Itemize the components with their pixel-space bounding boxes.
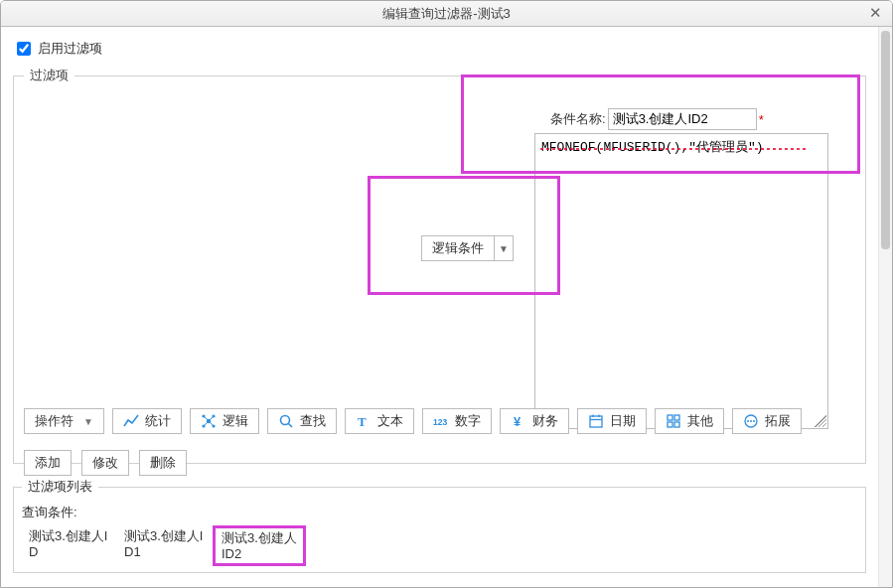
svg-line-10 xyxy=(288,424,292,428)
stats-button[interactable]: 统计 xyxy=(112,408,182,434)
formula-toolbar: 操作符 ▼ 统计 逻辑 查找 T 文本 xyxy=(24,408,855,434)
stats-icon xyxy=(123,413,139,429)
condition-item[interactable]: 测试3.创建人ID2 xyxy=(213,525,306,566)
text-label: 文本 xyxy=(377,412,403,430)
close-icon[interactable]: ✕ xyxy=(864,3,886,23)
svg-line-7 xyxy=(204,421,209,426)
svg-line-6 xyxy=(209,416,214,421)
enable-filter-label: 启用过滤项 xyxy=(38,40,102,58)
svg-rect-21 xyxy=(674,422,679,427)
chevron-down-icon: ▼ xyxy=(83,416,93,427)
delete-button[interactable]: 删除 xyxy=(139,450,187,476)
svg-rect-20 xyxy=(668,422,672,427)
logic-condition-label: 逻辑条件 xyxy=(421,235,494,261)
stats-label: 统计 xyxy=(145,412,171,430)
condition-name-input[interactable] xyxy=(608,108,757,130)
filter-fieldset: 过滤项 条件名称: * 逻辑条件 ▼ 操作符 ▼ xyxy=(13,67,866,464)
chevron-down-icon: ▼ xyxy=(494,235,514,261)
svg-point-9 xyxy=(280,416,289,425)
content-area: 启用过滤项 过滤项 条件名称: * 逻辑条件 ▼ 操作符 ▼ xyxy=(1,27,878,587)
finance-label: 财务 xyxy=(532,412,558,430)
enable-filter-checkbox[interactable] xyxy=(17,42,31,56)
spellcheck-squiggle xyxy=(540,148,807,150)
other-label: 其他 xyxy=(687,412,713,430)
action-row: 添加 修改 删除 xyxy=(24,450,187,476)
filter-list-fieldset: 过滤项列表 查询条件: 测试3.创建人ID 测试3.创建人ID1 测试3.创建人… xyxy=(13,478,866,573)
scrollbar-thumb[interactable] xyxy=(881,31,890,249)
vertical-scrollbar[interactable] xyxy=(878,27,892,587)
svg-text:123: 123 xyxy=(433,417,447,427)
date-button[interactable]: 日期 xyxy=(577,408,647,434)
operator-label: 操作符 xyxy=(35,412,74,430)
modify-button[interactable]: 修改 xyxy=(81,450,129,476)
text-button[interactable]: T 文本 xyxy=(345,408,414,434)
expression-textarea[interactable] xyxy=(534,133,828,429)
other-button[interactable]: 其他 xyxy=(655,408,724,434)
filter-fieldset-legend: 过滤项 xyxy=(24,67,74,84)
extend-button[interactable]: 拓展 xyxy=(732,408,802,434)
enable-filter-row: 启用过滤项 xyxy=(13,39,866,59)
condition-item[interactable]: 测试3.创建人ID xyxy=(22,525,115,566)
condition-name-label: 条件名称: xyxy=(550,110,606,128)
finance-button[interactable]: ¥ 财务 xyxy=(500,408,569,434)
svg-point-24 xyxy=(750,420,752,422)
required-mark: * xyxy=(759,112,764,127)
svg-rect-18 xyxy=(668,415,672,420)
search-icon xyxy=(278,413,294,429)
number-icon: 123 xyxy=(433,413,449,429)
calendar-icon xyxy=(588,413,604,429)
logic-label: 逻辑 xyxy=(223,412,248,430)
number-button[interactable]: 123 数字 xyxy=(422,408,492,434)
svg-point-25 xyxy=(753,420,755,422)
logic-button[interactable]: 逻辑 xyxy=(190,408,259,434)
logic-condition-dropdown[interactable]: 逻辑条件 ▼ xyxy=(421,235,514,261)
date-label: 日期 xyxy=(610,412,636,430)
svg-text:¥: ¥ xyxy=(514,414,521,429)
svg-line-8 xyxy=(209,421,214,426)
svg-line-5 xyxy=(204,416,209,421)
grid-icon xyxy=(666,413,681,429)
filter-list-legend: 过滤项列表 xyxy=(22,478,98,496)
titlebar: 编辑查询过滤器-测试3 ✕ xyxy=(1,1,892,27)
condition-name-row: 条件名称: * xyxy=(550,108,764,130)
dialog-window: 编辑查询过滤器-测试3 ✕ 启用过滤项 过滤项 条件名称: * 逻辑条件 ▼ xyxy=(0,0,893,588)
svg-text:T: T xyxy=(358,414,367,429)
logic-icon xyxy=(201,413,217,429)
svg-rect-19 xyxy=(674,415,679,420)
query-conditions-label: 查询条件: xyxy=(22,504,857,521)
condition-list: 测试3.创建人ID 测试3.创建人ID1 测试3.创建人ID2 xyxy=(22,525,857,566)
text-icon: T xyxy=(356,413,372,429)
add-button[interactable]: 添加 xyxy=(24,450,72,476)
operator-button[interactable]: 操作符 ▼ xyxy=(24,408,104,434)
condition-item[interactable]: 测试3.创建人ID1 xyxy=(117,525,211,566)
finance-icon: ¥ xyxy=(511,413,526,429)
svg-rect-14 xyxy=(590,416,602,427)
svg-point-23 xyxy=(747,420,749,422)
extend-label: 拓展 xyxy=(765,412,791,430)
search-label: 查找 xyxy=(300,412,326,430)
window-title: 编辑查询过滤器-测试3 xyxy=(382,5,511,23)
more-icon xyxy=(743,413,759,429)
number-label: 数字 xyxy=(455,412,481,430)
search-button[interactable]: 查找 xyxy=(267,408,337,434)
